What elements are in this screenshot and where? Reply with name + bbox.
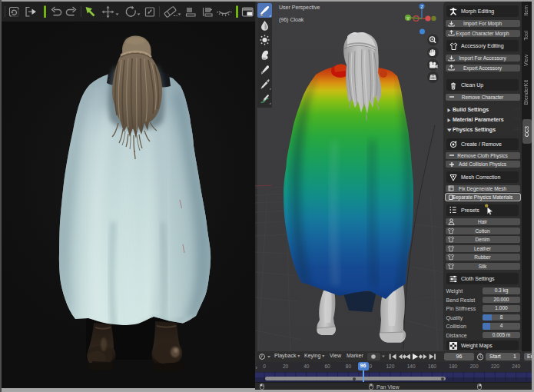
svg-text:Z: Z <box>420 5 423 9</box>
svg-text:Y: Y <box>406 16 410 21</box>
